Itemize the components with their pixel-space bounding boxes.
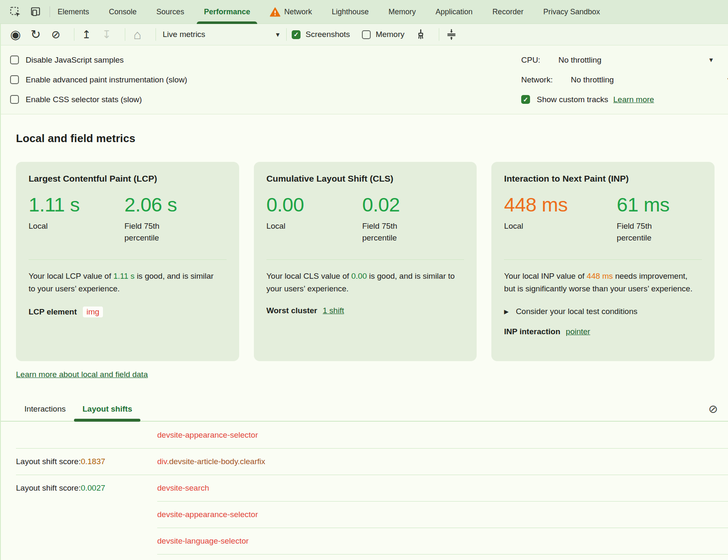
tab-recorder[interactable]: Recorder [492, 0, 523, 24]
network-throttling-select[interactable]: No throttling [571, 75, 614, 85]
live-metrics-view: Local and field metrics Largest Contentf… [1, 132, 728, 560]
table-row[interactable]: div.devsite-floating-action-buttons [16, 554, 728, 560]
card-divider [29, 259, 227, 260]
lcp-local-label: Local [29, 220, 124, 232]
metric-cards: Largest Contentful Paint (LCP) 1.11 s Lo… [16, 162, 715, 361]
layout-shifts-table: devsite-appearance-selector Layout shift… [1, 422, 728, 560]
toolbar-separator [286, 28, 287, 41]
tab-network[interactable]: Network [270, 0, 312, 24]
tab-sources[interactable]: Sources [156, 0, 184, 24]
record-and-reload-icon[interactable]: ↻ [29, 27, 43, 42]
show-custom-tracks-label: Show custom tracks [537, 95, 608, 104]
node-link[interactable]: div.devsite-article-body.clearfix [157, 457, 265, 466]
cls-description: Your local CLS value of 0.00 is good, an… [266, 270, 459, 295]
tab-lighthouse[interactable]: Lighthouse [332, 0, 369, 24]
tab-layout-shifts[interactable]: Layout shifts [74, 397, 140, 421]
history-dropdown[interactable]: Live metrics ▾ [163, 30, 280, 39]
tab-performance[interactable]: Performance [204, 0, 250, 24]
cls-field-label: Field 75th percentile [362, 220, 414, 243]
learn-more-field-data-link[interactable]: Learn more about local and field data [16, 370, 148, 379]
disclosure-triangle-icon: ▶ [504, 308, 509, 315]
node-link[interactable]: devsite-appearance-selector [157, 510, 258, 519]
tab-privacy-sandbox[interactable]: Privacy Sandbox [543, 0, 600, 24]
card-divider [266, 259, 464, 260]
memory-label: Memory [376, 30, 405, 39]
clear-icon[interactable]: ⊘ [49, 27, 63, 42]
table-row[interactable]: Layout shift score: 0.1837 div.devsite-a… [16, 448, 728, 475]
screenshots-checkbox-row[interactable]: ✓ Screenshots [292, 30, 350, 39]
lcp-description: Your local LCP value of 1.11 s is good, … [29, 270, 221, 295]
tab-interactions[interactable]: Interactions [16, 397, 74, 421]
lcp-local-value: 1.11 s [29, 193, 124, 216]
layout-shift-score: 0.1837 [81, 457, 105, 466]
cls-local-value: 0.00 [266, 193, 362, 216]
toolbar-separator [156, 28, 156, 41]
cls-card: Cumulative Layout Shift (CLS) 0.00 Local… [254, 162, 477, 361]
local-test-conditions-disclosure[interactable]: ▶ Consider your local test conditions [504, 307, 702, 316]
screenshots-checkbox[interactable]: ✓ [292, 30, 301, 39]
tab-network-label: Network [284, 8, 312, 16]
table-row[interactable]: devsite-appearance-selector [16, 422, 728, 448]
screenshots-label: Screenshots [306, 30, 350, 39]
record-icon[interactable]: ◉ [8, 27, 23, 42]
chevron-down-icon: ▾ [276, 30, 280, 39]
toolbar-separator [439, 28, 439, 41]
cpu-throttling-select[interactable]: No throttling [558, 55, 601, 65]
node-link[interactable]: devsite-appearance-selector [157, 431, 258, 440]
devtools-tabbar: Elements Console Sources Performance Net… [0, 0, 728, 24]
css-selector-stats-label: Enable CSS selector stats (slow) [26, 95, 142, 104]
show-custom-tracks-row[interactable]: ✓ Show custom tracks Learn more [521, 90, 728, 109]
inp-local-label: Local [504, 220, 617, 232]
tab-application[interactable]: Application [435, 0, 472, 24]
gc-broom-icon[interactable] [414, 27, 428, 42]
tab-console[interactable]: Console [109, 0, 137, 24]
home-icon[interactable]: ⌂ [130, 27, 145, 42]
cpu-label: CPU: [521, 55, 540, 65]
worst-cluster-link[interactable]: 1 shift [323, 306, 344, 315]
performance-panel: ◉ ↻ ⊘ ↥ ↧ ⌂ Live metrics ▾ ✓ Screenshots… [0, 24, 728, 560]
show-custom-tracks-checkbox[interactable]: ✓ [521, 95, 530, 104]
performance-toolbar: ◉ ↻ ⊘ ↥ ↧ ⌂ Live metrics ▾ ✓ Screenshots… [1, 24, 728, 45]
advanced-paint-checkbox[interactable] [10, 75, 19, 84]
warning-icon [270, 7, 280, 17]
logs-tabbar: Interactions Layout shifts ⊘ [1, 397, 728, 422]
lcp-element-label: LCP element [29, 307, 77, 317]
disable-js-samples-label: Disable JavaScript samples [26, 55, 124, 65]
css-selector-stats-checkbox[interactable] [10, 95, 19, 104]
save-profile-icon[interactable]: ↧ [100, 27, 114, 42]
inp-interaction-link[interactable]: pointer [566, 327, 590, 336]
inspect-element-icon[interactable] [8, 5, 22, 18]
chevron-down-icon[interactable]: ▾ [709, 55, 713, 64]
card-divider [504, 259, 702, 260]
inp-field-value: 61 ms [617, 193, 670, 216]
worst-cluster-label: Worst cluster [266, 306, 317, 315]
tab-memory[interactable]: Memory [388, 0, 416, 24]
throttling-settings: CPU: No throttling ▾ Network: No throttl… [521, 50, 728, 109]
collapse-vertical-icon[interactable] [444, 27, 459, 42]
inp-field-label: Field 75th percentile [617, 220, 668, 243]
capture-settings-section: Disable JavaScript samples Enable advanc… [1, 45, 728, 114]
table-row[interactable]: Layout shift score: 0.0027 devsite-searc… [16, 475, 728, 501]
lcp-element-node-link[interactable]: img [82, 306, 104, 318]
load-profile-icon[interactable]: ↥ [79, 27, 94, 42]
local-test-conditions-label: Consider your local test conditions [516, 307, 637, 316]
tab-elements[interactable]: Elements [58, 0, 89, 24]
table-row[interactable]: devsite-appearance-selector [16, 501, 728, 528]
tabbar-separator [50, 6, 50, 17]
toolbar-separator [74, 28, 74, 41]
node-link[interactable]: devsite-language-selector [157, 536, 249, 546]
lcp-field-label: Field 75th percentile [124, 220, 176, 243]
device-toolbar-icon[interactable] [29, 5, 42, 18]
memory-checkbox[interactable] [362, 30, 371, 39]
clear-log-icon[interactable]: ⊘ [708, 404, 718, 415]
inp-card: Interaction to Next Paint (INP) 448 ms L… [491, 162, 715, 361]
node-link[interactable]: devsite-search [157, 483, 209, 493]
lcp-card: Largest Contentful Paint (LCP) 1.11 s Lo… [16, 162, 239, 361]
learn-more-link[interactable]: Learn more [613, 95, 654, 104]
inp-card-title: Interaction to Next Paint (INP) [504, 174, 702, 184]
memory-checkbox-row[interactable]: Memory [362, 30, 405, 39]
disable-js-samples-checkbox[interactable] [10, 55, 19, 64]
table-row[interactable]: devsite-language-selector [16, 528, 728, 554]
toolbar-separator [125, 28, 125, 41]
page-title: Local and field metrics [16, 132, 728, 145]
